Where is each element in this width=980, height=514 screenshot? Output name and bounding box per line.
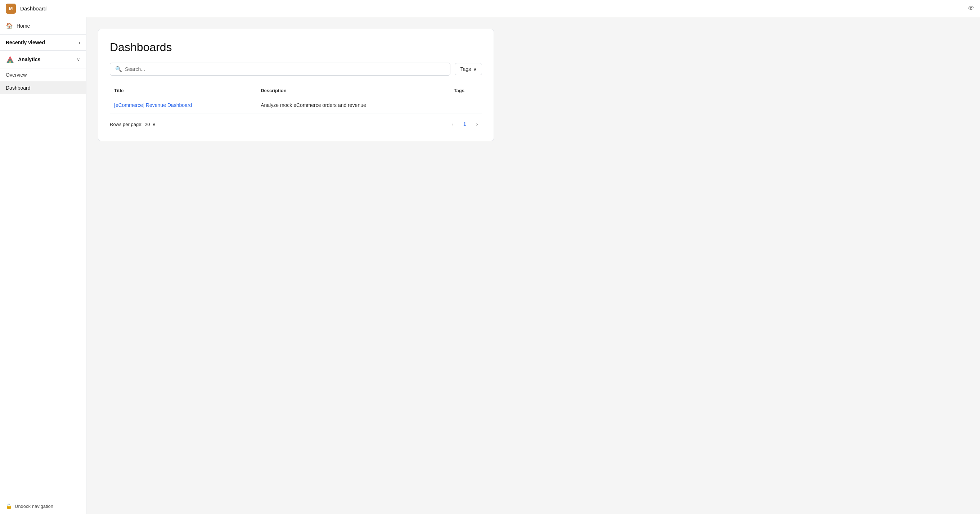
table-cell-tags: [450, 97, 482, 113]
undock-label: Undock navigation: [15, 504, 53, 509]
overview-label: Overview: [6, 72, 27, 78]
analytics-section-header[interactable]: Analytics ∨: [0, 51, 86, 68]
topbar: M Dashboard 👁: [0, 0, 980, 17]
col-description: Description: [256, 84, 449, 97]
pagination-controls: ‹ 1 ›: [447, 119, 482, 129]
next-page-button[interactable]: ›: [472, 119, 482, 129]
table-cell-title: [eCommerce] Revenue Dashboard: [110, 97, 256, 113]
chevron-down-icon: ∨: [77, 57, 80, 62]
col-tags: Tags: [450, 84, 482, 97]
home-icon: 🏠: [6, 22, 13, 29]
dashboard-link[interactable]: [eCommerce] Revenue Dashboard: [114, 102, 192, 108]
search-row: 🔍 Tags ∨: [110, 63, 482, 76]
analytics-left: Analytics: [6, 55, 40, 64]
content-card: Dashboards 🔍 Tags ∨ Title Description: [98, 29, 494, 141]
prev-page-button[interactable]: ‹: [447, 119, 458, 129]
search-input[interactable]: [125, 66, 445, 72]
sidebar-item-overview[interactable]: Overview: [0, 68, 86, 81]
rows-per-page-chevron-icon: ∨: [152, 122, 156, 127]
dashboards-table: Title Description Tags [eCommerce] Reven…: [110, 84, 482, 113]
view-icon: 👁: [968, 5, 974, 12]
sidebar-home-label: Home: [17, 23, 30, 29]
topbar-title: Dashboard: [20, 5, 46, 11]
sidebar-item-dashboard[interactable]: Dashboard: [0, 81, 86, 94]
chevron-right-icon: ›: [79, 40, 80, 45]
main-content: Dashboards 🔍 Tags ∨ Title Description: [86, 17, 980, 514]
rows-per-page-value: 20: [145, 122, 150, 127]
col-title: Title: [110, 84, 256, 97]
dashboard-label: Dashboard: [6, 85, 30, 91]
table-header-row: Title Description Tags: [110, 84, 482, 97]
search-icon: 🔍: [115, 66, 122, 72]
analytics-logo-icon: [6, 55, 14, 64]
page-1-button[interactable]: 1: [460, 119, 470, 129]
tags-button[interactable]: Tags ∨: [455, 63, 482, 75]
pagination-row: Rows per page: 20 ∨ ‹ 1 ›: [110, 119, 482, 129]
search-input-wrap[interactable]: 🔍: [110, 63, 450, 76]
rows-per-page[interactable]: Rows per page: 20 ∨: [110, 122, 156, 127]
lock-icon: 🔒: [6, 503, 12, 509]
page-title: Dashboards: [110, 41, 482, 54]
avatar[interactable]: M: [6, 3, 16, 14]
table-row: [eCommerce] Revenue DashboardAnalyze moc…: [110, 97, 482, 113]
analytics-label: Analytics: [18, 57, 40, 62]
tags-button-label: Tags: [460, 66, 471, 72]
tags-chevron-down-icon: ∨: [473, 66, 477, 72]
recently-viewed-section[interactable]: Recently viewed ›: [0, 35, 86, 51]
layout: 🏠 Home Recently viewed › Analytics ∨ Ove…: [0, 17, 980, 514]
table-cell-description: Analyze mock eCommerce orders and revenu…: [256, 97, 449, 113]
sidebar-home-item[interactable]: 🏠 Home: [0, 17, 86, 35]
undock-navigation[interactable]: 🔒 Undock navigation: [0, 498, 86, 514]
rows-per-page-label: Rows per page:: [110, 122, 143, 127]
topbar-left: M Dashboard: [6, 3, 46, 14]
recently-viewed-label: Recently viewed: [6, 40, 45, 45]
sidebar: 🏠 Home Recently viewed › Analytics ∨ Ove…: [0, 17, 86, 514]
